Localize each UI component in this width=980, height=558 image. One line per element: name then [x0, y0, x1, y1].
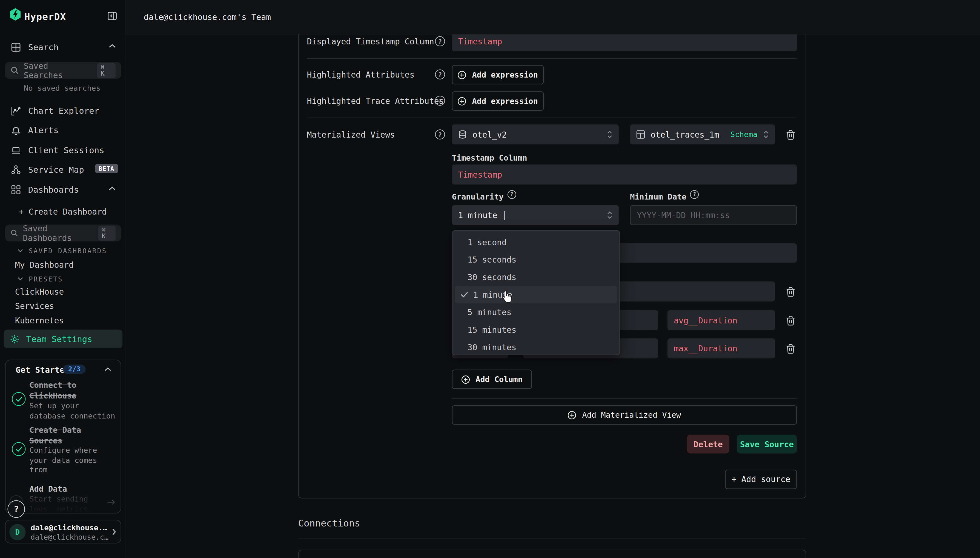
sidebar-item-kubernetes[interactable]: Kubernetes: [15, 316, 64, 326]
group-label: PRESETS: [29, 275, 63, 282]
chevron-up-icon[interactable]: [109, 44, 116, 48]
search-section-icon: [11, 42, 21, 51]
divider: [298, 538, 806, 538]
dropdown-option[interactable]: 15 minutes: [453, 321, 619, 338]
sidebar-item-label: Dashboards: [28, 184, 79, 195]
top-bar: dale@clickhouse.com's Team: [126, 0, 980, 34]
sidebar-item-dashboards[interactable]: Dashboards: [11, 184, 79, 195]
saved-searches-placeholder: Saved Searches: [24, 61, 92, 79]
check-circle-icon: [12, 442, 26, 456]
dropdown-option[interactable]: 30 minutes: [453, 338, 619, 356]
sidebar-item-services[interactable]: Services: [15, 302, 54, 312]
shortcut-badge: ⌘ K: [98, 226, 116, 241]
sidebar-item-label: Search: [28, 42, 59, 52]
check-icon: [461, 291, 468, 298]
sidebar-item-label: Service Map: [28, 164, 84, 175]
dropdown-option[interactable]: 30 seconds: [453, 268, 619, 286]
sidebar-item-my-dashboard[interactable]: My Dashboard: [15, 260, 74, 270]
get-started-title: Get Started: [16, 365, 69, 375]
dropdown-option[interactable]: 5 minutes: [453, 304, 619, 321]
group-saved-dashboards[interactable]: SAVED DASHBOARDS: [18, 247, 107, 254]
get-started-item-desc: Configure where your data comes from: [29, 446, 118, 475]
sidebar-item-chart-explorer[interactable]: Chart Explorer: [11, 105, 99, 116]
user-email: dale@clickhouse.c…: [31, 533, 108, 542]
group-label: SAVED DASHBOARDS: [29, 247, 107, 254]
shortcut-badge: ⌘ K: [97, 63, 116, 78]
page-title: dale@clickhouse.com's Team: [144, 0, 271, 34]
group-presets[interactable]: PRESETS: [18, 275, 63, 282]
sidebar-item-service-map[interactable]: Service Map: [11, 164, 84, 175]
sidebar-item-search[interactable]: Search: [11, 41, 59, 53]
laptop-icon: [11, 146, 21, 155]
sidebar-item-client-sessions[interactable]: Client Sessions: [11, 144, 104, 156]
sidebar-item-label: Team Settings: [26, 334, 92, 344]
hyperdx-logo-icon: [10, 8, 21, 21]
chevron-down-icon: [18, 249, 23, 253]
saved-searches-input[interactable]: Saved Searches ⌘ K: [5, 62, 121, 79]
chevron-up-icon[interactable]: [109, 186, 116, 191]
get-started-item-title[interactable]: Connect to ClickHouse: [29, 380, 112, 401]
create-dashboard-button[interactable]: + Create Dashboard: [19, 207, 106, 216]
connections-panel: [298, 550, 806, 558]
avatar: D: [9, 524, 26, 540]
sidebar-item-alerts[interactable]: Alerts: [11, 125, 59, 136]
user-card[interactable]: D dale@clickhouse.… dale@clickhouse.c…: [5, 520, 121, 543]
sidebar-item-team-settings[interactable]: Team Settings: [4, 330, 123, 348]
sidebar-collapse-icon[interactable]: [107, 11, 117, 21]
sidebar-item-clickhouse[interactable]: ClickHouse: [15, 287, 64, 297]
chevron-up-icon[interactable]: [104, 367, 111, 371]
service-map-icon: [11, 165, 21, 174]
sidebar: HyperDX Search Saved Searches ⌘ K No sav…: [0, 0, 126, 558]
progress-badge: 2/3: [63, 364, 85, 374]
beta-badge: BETA: [95, 164, 118, 173]
no-saved-searches-text: No saved searches: [24, 84, 100, 93]
get-started-item-desc: Set up your database connection: [29, 402, 118, 421]
connections-title: Connections: [298, 518, 360, 529]
gear-icon: [10, 334, 20, 344]
saved-dashboards-input[interactable]: Saved Dashboards ⌘ K: [5, 225, 121, 241]
user-name: dale@clickhouse.…: [31, 524, 107, 532]
dropdown-option[interactable]: 15 seconds: [453, 251, 619, 268]
help-button[interactable]: ?: [7, 501, 25, 518]
chevron-down-icon: [18, 277, 23, 281]
search-icon: [11, 229, 18, 237]
dropdown-option-label: 1 minute: [473, 290, 512, 299]
get-started-card: Get Started 2/3 Connect to ClickHouse Se…: [5, 359, 121, 513]
dashboards-icon: [11, 185, 21, 194]
granularity-dropdown: 1 second 15 seconds 30 seconds 1 minute …: [452, 230, 620, 355]
get-started-item-title[interactable]: Create Data Sources: [29, 425, 112, 446]
dropdown-option[interactable]: 1 second: [453, 233, 619, 251]
dropdown-option-selected[interactable]: 1 minute: [455, 286, 617, 304]
search-icon: [11, 66, 19, 75]
app-title: HyperDX: [25, 11, 66, 23]
chart-explorer-icon: [11, 106, 21, 115]
sidebar-item-label: Client Sessions: [28, 145, 104, 155]
saved-dashboards-placeholder: Saved Dashboards: [23, 224, 93, 242]
bell-icon: [11, 126, 21, 135]
chevron-right-icon: [112, 528, 116, 535]
check-circle-icon: [12, 392, 26, 406]
sidebar-item-label: Chart Explorer: [28, 106, 100, 116]
sidebar-item-label: Alerts: [28, 125, 59, 135]
app: HyperDX Search Saved Searches ⌘ K No sav…: [0, 0, 980, 558]
